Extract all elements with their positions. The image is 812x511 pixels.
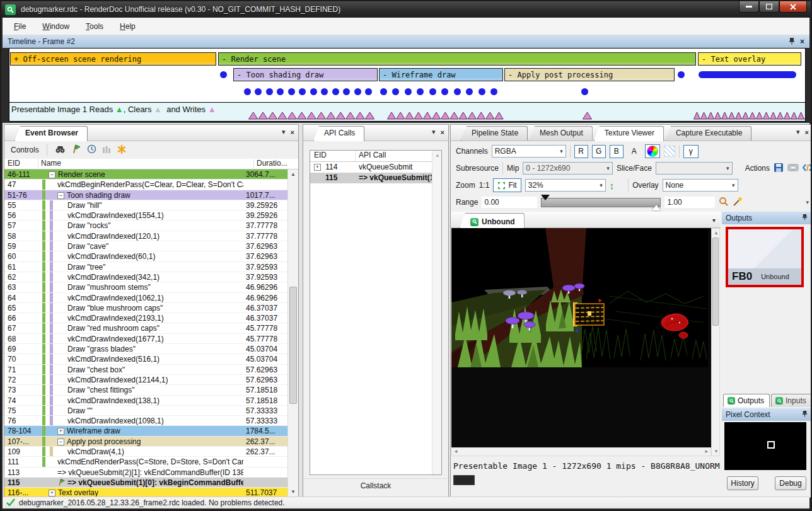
timeline-event-dot[interactable] bbox=[490, 88, 497, 95]
event-row[interactable]: 111vkCmdEndRenderPass(C=Store, D=Store, … bbox=[4, 457, 287, 467]
scrollbar-thumb[interactable] bbox=[289, 287, 297, 404]
timeline-event-dot[interactable] bbox=[332, 88, 339, 95]
timeline-event-dot[interactable] bbox=[417, 88, 424, 95]
timeline-event-dot[interactable] bbox=[288, 88, 295, 95]
event-row[interactable]: 55Draw "hill"39.25926 bbox=[4, 200, 287, 210]
debug-button[interactable]: Debug bbox=[775, 476, 806, 490]
timeline-event-dot[interactable] bbox=[392, 88, 399, 95]
dropdown-icon[interactable]: ▾ bbox=[796, 128, 800, 136]
timeline-event-dot[interactable] bbox=[405, 88, 412, 95]
pin-icon[interactable] bbox=[802, 410, 808, 419]
autofit-wand-icon[interactable] bbox=[733, 197, 743, 209]
channel-b-button[interactable]: B bbox=[610, 145, 624, 158]
maximize-button[interactable] bbox=[759, 1, 779, 13]
event-row[interactable]: 115=> vkQueueSubmit(1)[0]: vkBeginComman… bbox=[4, 478, 287, 488]
channels-select[interactable]: RGBA▾ bbox=[492, 145, 566, 158]
close-button[interactable] bbox=[779, 1, 807, 13]
more-options-icon[interactable]: ▾ bbox=[806, 199, 809, 205]
usage-triangle-run[interactable] bbox=[387, 112, 504, 120]
dropdown-icon[interactable]: ▾ bbox=[432, 128, 436, 136]
timeline-event-dot[interactable] bbox=[277, 88, 284, 95]
pin-icon[interactable] bbox=[802, 214, 808, 222]
timeline-event-dot[interactable] bbox=[466, 88, 473, 95]
event-row[interactable]: 107-...−Apply post processing262.37... bbox=[4, 437, 287, 447]
bookmark-flag-icon[interactable] bbox=[71, 144, 81, 156]
outputs-header[interactable]: Outputs bbox=[722, 212, 811, 224]
event-table-header[interactable]: EID Name Duratio... bbox=[4, 159, 298, 169]
event-row[interactable]: 72vkCmdDrawIndexed(12144,1)57.62963 bbox=[4, 375, 287, 385]
menu-help[interactable]: Help bbox=[120, 22, 136, 31]
tab-mesh-output[interactable]: Mesh Output bbox=[529, 126, 593, 141]
event-row[interactable]: 64vkCmdDrawIndexed(1062,1)46.96296 bbox=[4, 293, 287, 303]
timeline-event-dot[interactable] bbox=[310, 88, 317, 95]
timeline-event-dot[interactable] bbox=[441, 88, 448, 95]
scroll-up-icon[interactable]: ▲ bbox=[432, 151, 443, 161]
close-icon[interactable]: × bbox=[441, 129, 444, 136]
viewer-vscrollbar[interactable]: ▲ ▼ bbox=[711, 228, 720, 456]
timeline-bar--off-screen-scene-rendering[interactable]: + Off-screen scene rendering bbox=[10, 52, 216, 66]
timeline-resource-strip[interactable]: Presentable Image 1 Reads ▲, Clears ▲ an… bbox=[9, 102, 806, 122]
event-row[interactable]: 113=> vkQueueSubmit(2)[1]: vkEndCommandB… bbox=[4, 468, 287, 478]
event-row[interactable]: 58vkCmdDrawIndexed(120,1)37.77778 bbox=[4, 231, 287, 241]
event-row[interactable]: 109vkCmdDraw(4,1)262.37... bbox=[4, 447, 287, 457]
range-slider[interactable] bbox=[541, 198, 661, 207]
alpha-checker-icon[interactable] bbox=[664, 146, 675, 157]
timeline-event-dot[interactable] bbox=[365, 88, 372, 95]
sliceface-select[interactable]: ▾ bbox=[656, 162, 733, 175]
timeline-event-dot[interactable] bbox=[429, 88, 436, 95]
timeline-event-dot[interactable] bbox=[454, 88, 461, 95]
timeline-event-dot[interactable] bbox=[244, 88, 251, 95]
event-row[interactable]: 71Draw "chest box"57.62963 bbox=[4, 365, 287, 375]
titlebar[interactable]: debugmarker.rdc - RenderDoc Unofficial r… bbox=[1, 1, 811, 18]
range-min-input[interactable]: 0.00 bbox=[482, 197, 537, 208]
find-icon[interactable] bbox=[55, 145, 66, 156]
event-row[interactable]: 63Draw "mushroom stems"46.96296 bbox=[4, 282, 287, 292]
timeline-event-dot[interactable] bbox=[220, 71, 227, 78]
goto-resource-icon[interactable] bbox=[803, 163, 812, 174]
api-table-header[interactable]: EID API Call bbox=[310, 151, 441, 162]
collapse-icon[interactable]: − bbox=[57, 439, 64, 445]
column-name[interactable]: Name bbox=[38, 159, 254, 169]
channel-r-button[interactable]: R bbox=[574, 145, 588, 158]
timeline-event-dot[interactable] bbox=[354, 88, 361, 95]
timeline-bar--apply-post-processing[interactable]: - Apply post processing bbox=[504, 68, 675, 81]
zoom-select[interactable]: 32%▾ bbox=[525, 179, 606, 192]
pin-icon[interactable] bbox=[789, 37, 795, 47]
api-call-row[interactable]: 115=> vkQueueSubmit(1)[... bbox=[310, 173, 441, 183]
timeline-event-run[interactable] bbox=[699, 71, 796, 78]
columns-icon[interactable] bbox=[102, 145, 111, 156]
timeline-event-dot[interactable] bbox=[321, 88, 328, 95]
scroll-up-icon[interactable]: ▲ bbox=[288, 169, 298, 180]
scrollbar-thumb[interactable] bbox=[712, 238, 719, 326]
usage-triangle-run[interactable] bbox=[248, 112, 375, 120]
fit-button[interactable]: Fit bbox=[493, 178, 521, 192]
dropdown-icon[interactable]: ▾ bbox=[282, 128, 286, 136]
range-max-input[interactable]: 1.00 bbox=[664, 197, 715, 208]
timeline-event-dot[interactable] bbox=[299, 88, 306, 95]
event-browser-scrollbar[interactable]: ▲ ▼ bbox=[287, 169, 298, 497]
expand-icon[interactable]: + bbox=[49, 490, 55, 497]
tab-event-browser[interactable]: Event Browser bbox=[14, 126, 88, 141]
event-row[interactable]: 78-104+Wireframe draw1784.5... bbox=[4, 426, 287, 436]
range-white-handle[interactable] bbox=[652, 205, 661, 210]
mip-select[interactable]: 0 - 1272x690▾ bbox=[523, 162, 613, 175]
close-icon[interactable]: × bbox=[800, 37, 804, 46]
flip-y-icon[interactable]: ↕ bbox=[610, 180, 615, 191]
custom-display-button[interactable] bbox=[645, 144, 660, 158]
event-row[interactable]: 73Draw "chest fittings"57.18518 bbox=[4, 385, 287, 395]
api-call-row[interactable]: + 114vkQueueSubmit bbox=[310, 162, 441, 173]
timeline-bar--wireframe-draw[interactable]: - Wireframe draw bbox=[379, 68, 503, 81]
event-row[interactable]: 60vkCmdDrawIndexed(60,1)37.62963 bbox=[4, 251, 287, 261]
range-black-handle[interactable] bbox=[541, 195, 550, 200]
event-row[interactable]: 66vkCmdDrawIndexed(2193,1)46.37037 bbox=[4, 313, 287, 323]
timeline-bar--toon-shading-draw[interactable]: - Toon shading draw bbox=[233, 68, 378, 81]
channel-a-button[interactable]: A bbox=[627, 145, 641, 158]
gamma-button[interactable]: γ bbox=[683, 145, 699, 158]
event-row[interactable]: 116-...+Text overlay511.7037 bbox=[4, 488, 287, 497]
event-row[interactable]: 61Draw "tree"37.92593 bbox=[4, 262, 287, 272]
event-row[interactable]: 68vkCmdDrawIndexed(1677,1)45.77778 bbox=[4, 334, 287, 344]
timeline-event-dot[interactable] bbox=[581, 88, 588, 95]
event-row[interactable]: 46-111−Render scene3064.7... bbox=[4, 169, 287, 180]
usage-triangle-run[interactable] bbox=[693, 112, 806, 120]
timeline-bar--render-scene[interactable]: - Render scene bbox=[218, 52, 696, 66]
